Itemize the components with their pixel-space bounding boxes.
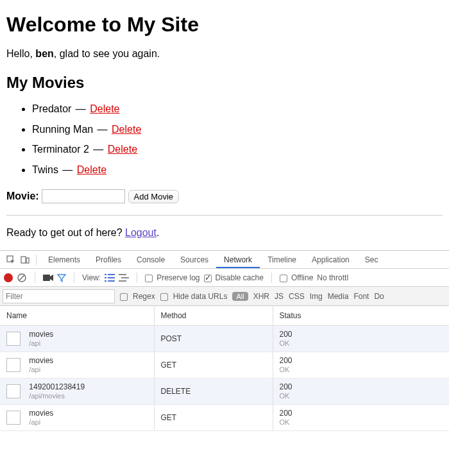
filter-type-font[interactable]: Font: [353, 292, 369, 301]
svg-rect-7: [108, 274, 115, 275]
tab-application[interactable]: Application: [304, 251, 357, 268]
clear-icon[interactable]: [17, 273, 27, 283]
separator: [74, 273, 74, 283]
logout-period: .: [157, 227, 159, 238]
request-icon: [6, 411, 21, 425]
regex-checkbox[interactable]: [120, 293, 128, 301]
request-icon: [6, 358, 21, 372]
status-code: 200: [280, 330, 292, 339]
filter-input[interactable]: [3, 289, 115, 303]
offline-checkbox[interactable]: [280, 275, 287, 282]
separator: [137, 273, 137, 283]
svg-rect-2: [26, 258, 29, 263]
svg-rect-6: [105, 274, 106, 275]
divider: [6, 215, 443, 216]
filter-type-css[interactable]: CSS: [289, 292, 305, 301]
disable-cache-checkbox[interactable]: [204, 275, 212, 282]
movie-title: Running Man: [32, 124, 93, 135]
tab-elements[interactable]: Elements: [40, 251, 88, 268]
svg-rect-14: [119, 280, 126, 282]
table-row[interactable]: movies /api POST 200 OK: [0, 326, 449, 352]
add-movie-button[interactable]: Add Movie: [128, 190, 179, 203]
tab-profiles[interactable]: Profiles: [88, 251, 129, 268]
network-table: Name Method Status movies /api POST 200 …: [0, 306, 449, 431]
status-text: OK: [280, 418, 290, 426]
delete-link[interactable]: Delete: [108, 144, 137, 155]
movie-input[interactable]: [42, 189, 125, 203]
device-icon[interactable]: [18, 255, 32, 264]
hide-data-urls-label: Hide data URLs: [173, 292, 228, 301]
camera-icon[interactable]: [43, 274, 53, 282]
movie-label: Movie:: [6, 191, 39, 201]
request-path: /api: [29, 418, 40, 426]
movies-list: Predator — Delete Running Man — Delete T…: [6, 101, 443, 178]
svg-rect-11: [108, 280, 115, 282]
table-row[interactable]: movies /api GET 200 OK: [0, 352, 449, 378]
request-name: 1492001238419: [29, 382, 85, 391]
col-method[interactable]: Method: [154, 306, 273, 326]
movie-title: Terminator 2: [32, 144, 89, 155]
hide-data-urls-checkbox[interactable]: [160, 293, 168, 301]
svg-rect-10: [105, 280, 106, 282]
inspect-icon[interactable]: [4, 255, 18, 264]
svg-line-4: [19, 275, 24, 280]
request-method: GET: [154, 405, 273, 431]
username: ben: [35, 48, 53, 59]
request-name: movies: [29, 409, 53, 418]
filter-type-all[interactable]: All: [232, 292, 248, 301]
tab-timeline[interactable]: Timeline: [260, 251, 304, 268]
tab-sources[interactable]: Sources: [173, 251, 216, 268]
filter-icon[interactable]: [57, 273, 66, 282]
delete-link[interactable]: Delete: [77, 164, 106, 175]
request-path: /api: [29, 339, 40, 347]
greeting: Hello, ben, glad to see you again.: [6, 48, 443, 60]
status-code: 200: [280, 409, 292, 418]
request-path: /api: [29, 366, 40, 373]
tree-view-icon[interactable]: [119, 274, 129, 282]
status-text: OK: [280, 392, 290, 400]
throttle-select[interactable]: No throttl: [317, 273, 348, 282]
svg-rect-12: [119, 274, 126, 275]
record-icon[interactable]: [4, 273, 13, 282]
table-row[interactable]: 1492001238419 /api/movies DELETE 200 OK: [0, 378, 449, 405]
svg-rect-5: [43, 275, 50, 281]
list-item: Twins — Delete: [32, 162, 443, 178]
list-item: Running Man — Delete: [32, 121, 443, 138]
table-row[interactable]: movies /api GET 200 OK: [0, 405, 449, 431]
request-name: movies: [29, 330, 53, 339]
tab-console[interactable]: Console: [129, 251, 173, 268]
col-status[interactable]: Status: [273, 306, 449, 326]
devtools-tabs: Elements Profiles Console Sources Networ…: [0, 251, 449, 269]
movie-title: Predator: [32, 103, 71, 114]
offline-label: Offline: [291, 273, 313, 282]
preserve-log-label: Preserve log: [157, 273, 199, 282]
list-view-icon[interactable]: [105, 274, 115, 282]
filter-type-js[interactable]: JS: [275, 292, 284, 301]
delete-link[interactable]: Delete: [90, 103, 119, 114]
filter-type-xhr[interactable]: XHR: [253, 292, 269, 301]
status-text: OK: [280, 366, 290, 373]
disable-cache-label: Disable cache: [216, 273, 264, 282]
logout-link[interactable]: Logout: [125, 227, 157, 238]
status-code: 200: [280, 382, 292, 391]
list-item: Terminator 2 — Delete: [32, 141, 443, 158]
col-name[interactable]: Name: [0, 306, 154, 326]
delete-link[interactable]: Delete: [112, 124, 141, 135]
svg-rect-8: [105, 277, 106, 278]
list-item: Predator — Delete: [32, 101, 443, 117]
add-movie-form: Movie: Add Movie: [6, 189, 443, 203]
request-icon: [6, 384, 21, 398]
filter-type-doc[interactable]: Do: [374, 292, 384, 301]
separator: [35, 273, 35, 283]
preserve-log-checkbox[interactable]: [145, 275, 153, 282]
tab-network[interactable]: Network: [216, 251, 260, 268]
filter-type-img[interactable]: Img: [310, 292, 323, 301]
filter-type-media[interactable]: Media: [328, 292, 349, 301]
request-method: DELETE: [154, 378, 273, 405]
tab-security[interactable]: Sec: [357, 251, 386, 268]
separator: —: [90, 144, 106, 155]
logout-prompt: Ready to get out of here?: [6, 227, 125, 238]
separator: [271, 273, 272, 283]
svg-rect-9: [108, 277, 115, 278]
request-path: /api/movies: [29, 392, 65, 400]
